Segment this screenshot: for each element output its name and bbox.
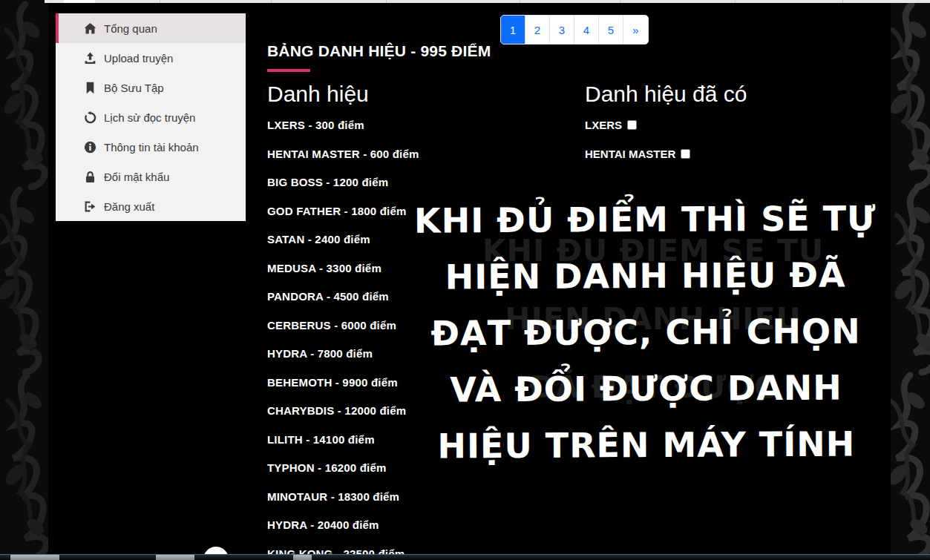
owned-column-header: Danh hiệu đã có <box>585 82 867 107</box>
scrollbar-thumb[interactable] <box>293 555 312 560</box>
damask-pattern-left <box>0 0 48 560</box>
horizontal-scrollbar[interactable] <box>0 554 930 560</box>
owned-title-label: LXERS <box>585 119 622 131</box>
sidebar-item-logout[interactable]: Đăng xuất <box>56 191 246 221</box>
pagination: 1 2 3 4 5 » <box>500 15 649 45</box>
scrollbar-thumb[interactable] <box>10 555 59 560</box>
sidebar-item-label: Đổi mật khẩu <box>104 171 169 183</box>
sidebar-item-label: Thông tin tài khoản <box>104 141 199 154</box>
home-icon <box>84 22 96 35</box>
title-rank-item: HYDRA - 20400 điểm <box>267 518 564 531</box>
sidebar-item-label: Lịch sử đọc truyện <box>104 111 195 124</box>
upload-icon <box>84 52 96 65</box>
sidebar-item-reading-history[interactable]: Lịch sử đọc truyện <box>56 102 246 132</box>
owned-title-item: HENTAI MASTER <box>585 148 867 160</box>
sign-out-icon <box>84 200 96 213</box>
owned-titles-list: LXERS HENTAI MASTER <box>585 119 867 160</box>
sidebar-item-account-info[interactable]: Thông tin tài khoản <box>56 132 246 162</box>
owned-title-checkbox[interactable] <box>681 149 690 159</box>
sidebar-item-label: Tổng quan <box>104 22 157 35</box>
browser-tab-remnant <box>64 0 95 3</box>
lock-icon <box>84 171 96 183</box>
pagination-page-2[interactable]: 2 <box>525 16 550 44</box>
titles-column-header: Danh hiệu <box>267 82 564 107</box>
sidebar-item-label: Bộ Sưu Tập <box>104 82 164 94</box>
title-rank-item: BIG BOSS - 1200 điểm <box>267 176 564 188</box>
pagination-next[interactable]: » <box>623 16 648 44</box>
bookmark-icon <box>84 82 96 94</box>
owned-title-item: LXERS <box>585 119 867 131</box>
owned-titles-column: Danh hiệu đã có LXERS HENTAI MASTER <box>585 82 867 177</box>
overlay-note-line: HIỆN DANH HIỆU ĐÃ <box>404 246 886 305</box>
title-rank-item: LXERS - 300 điểm <box>267 119 564 131</box>
sidebar-item-change-password[interactable]: Đổi mật khẩu <box>56 162 246 191</box>
sidebar-item-upload[interactable]: Upload truyện <box>56 43 246 73</box>
scrollbar-thumb[interactable] <box>156 555 194 560</box>
owned-title-checkbox[interactable] <box>627 120 637 130</box>
page-title: BẢNG DANH HIỆU - 995 ĐIỂM <box>267 42 491 60</box>
owned-title-label: HENTAI MASTER <box>585 148 675 160</box>
pagination-page-3[interactable]: 3 <box>550 16 574 44</box>
sidebar-item-collection[interactable]: Bộ Sưu Tập <box>56 73 246 102</box>
overlay-note-line: ĐẠT ĐƯỢC, CHỈ CHỌN <box>405 303 887 361</box>
sidebar-item-label: Đăng xuất <box>104 200 154 213</box>
pagination-page-1[interactable]: 1 <box>501 16 525 44</box>
title-underline <box>267 69 310 72</box>
damask-pattern-right <box>891 0 930 560</box>
sidebar-item-label: Upload truyện <box>104 52 173 65</box>
pagination-page-4[interactable]: 4 <box>574 16 599 44</box>
title-rank-item: MINOTAUR - 18300 điểm <box>267 490 564 503</box>
account-sidebar: Tổng quan Upload truyện Bộ Sưu Tập Lịch … <box>56 13 246 221</box>
overlay-note-line: KHI ĐỦ ĐIỂM THÌ SẼ TỰ <box>404 190 886 248</box>
pagination-page-5[interactable]: 5 <box>599 16 623 44</box>
info-icon <box>84 141 96 154</box>
overlay-note: KHI ĐỦ ĐIỂM THÌ SẼ TỰHIỆN DANH HIỆU ĐÃĐẠ… <box>404 190 888 474</box>
sidebar-item-overview[interactable]: Tổng quan <box>56 13 246 43</box>
overlay-note-line: VÀ ĐỔI ĐƯỢC DANH <box>405 359 887 418</box>
browser-edge-strip <box>45 0 930 3</box>
title-rank-item: HENTAI MASTER - 600 điểm <box>267 148 564 160</box>
history-icon <box>84 111 96 124</box>
overlay-note-line: HIỆU TRÊN MÁY TÍNH <box>405 415 888 474</box>
